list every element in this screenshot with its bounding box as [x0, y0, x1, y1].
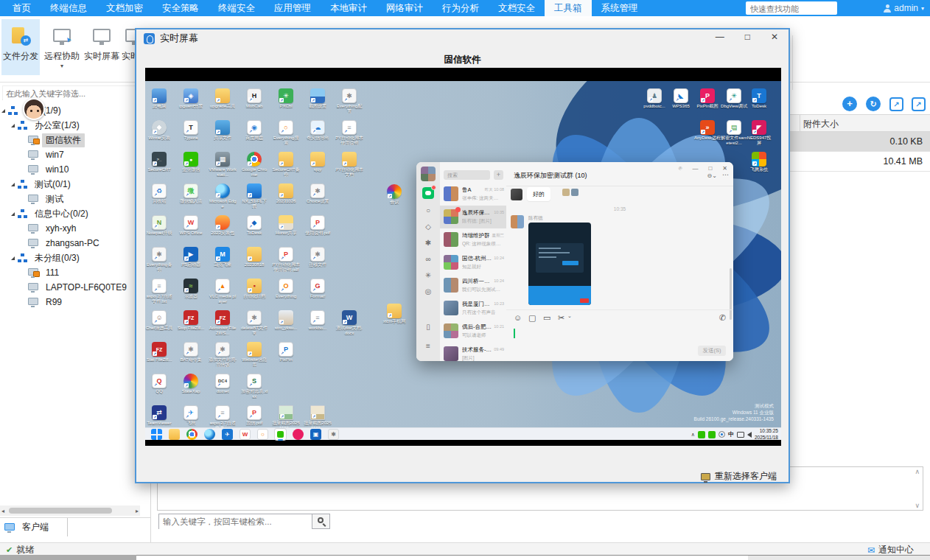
tree-row-10[interactable]: 未分组(0/3) — [0, 251, 151, 265]
desktop-icon[interactable]: ↗upgrade工具 — [209, 88, 237, 109]
desktop-icon[interactable]: ✱↗Everything备份 — [145, 247, 173, 272]
toolbar-item-1[interactable]: 远程协助▾ — [43, 19, 81, 75]
message-thumb[interactable] — [571, 189, 578, 196]
desktop-icon[interactable]: ●↗企业微信 — [177, 152, 205, 172]
file-icon[interactable]: ▭ — [543, 313, 550, 323]
wechat-moments-icon[interactable]: ✱ — [416, 239, 440, 247]
tree-row-5[interactable]: 测试(0/1) — [0, 177, 151, 192]
toolbar-item-2[interactable]: 实时屏幕 — [83, 19, 121, 75]
export-button-2[interactable]: ↗ — [912, 97, 926, 111]
desktop-icon[interactable]: ✱↗迁移文件 — [304, 247, 332, 267]
wechat-phone-icon[interactable]: ▯ — [416, 323, 440, 331]
search-button[interactable] — [312, 514, 330, 529]
wechat-chat-item-1[interactable]: 逸辰环保加密...10:35陈有德: [图片] — [440, 206, 506, 228]
desktop-icon[interactable]: ↗批量截图20251106... — [272, 405, 300, 427]
desktop-icon[interactable]: ↗SecureCRT备份 — [272, 152, 300, 177]
tray-wechat-icon[interactable] — [698, 431, 705, 438]
desktop-icon[interactable]: ↗sjqy — [304, 152, 332, 172]
menu-item-10[interactable]: 工具箱 — [545, 0, 592, 16]
quick-search-input[interactable] — [746, 2, 837, 15]
tray-chevron-icon[interactable]: ∧ — [691, 432, 695, 438]
menu-item-9[interactable]: 文档安全 — [489, 0, 545, 16]
message-avatar[interactable] — [511, 215, 524, 228]
reselect-client-button[interactable]: 重新选择客户端 — [701, 470, 777, 483]
scroll-down-icon[interactable]: ∨ — [915, 502, 920, 509]
desktop-icon[interactable]: ↗此电脑 — [145, 88, 173, 109]
tree-row-4[interactable]: win10 — [0, 162, 151, 177]
wechat-user-avatar[interactable] — [421, 167, 436, 181]
wechat-maximize-button[interactable]: □ — [708, 165, 712, 172]
desktop-icon[interactable]: ✳↗DbgView调试 — [720, 88, 748, 109]
toolbar-item-0[interactable]: 文件分发 — [1, 19, 40, 75]
wechat-chat-item-3[interactable]: 国信-杭州昆泰...10:24知足就好 — [440, 251, 506, 274]
wechat-minimize-button[interactable]: — — [692, 165, 698, 172]
desktop-icon[interactable]: G↗Format! — [304, 279, 332, 299]
desktop-icon[interactable]: ✱↗BAT命令集 — [177, 342, 205, 363]
wechat-search-box[interactable]: 搜索 — [444, 170, 490, 180]
menu-item-3[interactable]: 安全策略 — [153, 0, 209, 16]
scroll-left-icon[interactable]: ◂ — [1, 508, 4, 514]
tab-clients[interactable]: 客户端 — [0, 518, 68, 536]
desktop-icon[interactable]: ✱↗deleteBT文件夹 — [240, 310, 268, 335]
desktop-icon[interactable]: ↗Microsoft Edge — [209, 183, 237, 209]
desktop-icon[interactable]: P↗使用说明.pdf — [304, 215, 332, 236]
desktop-icon[interactable]: ▦↗VMware Workstati... — [209, 152, 237, 177]
tree-row-3[interactable]: win7 — [0, 147, 151, 162]
desktop-icon[interactable]: ↗StateXap — [177, 374, 205, 394]
menu-item-1[interactable]: 终端信息 — [41, 0, 97, 16]
wechat-chat-item-7[interactable]: 技术服务-小王09:49[图片] — [440, 343, 506, 361]
desktop-icon[interactable]: ▤↗解密文件sametest2... — [720, 120, 748, 145]
desktop-icon[interactable]: P↗PY自动化脚本使用说明.pdf — [272, 247, 300, 272]
desktop-icon[interactable]: ↗截图设置 — [304, 88, 332, 109]
expander-icon[interactable] — [11, 212, 15, 216]
chevron-down-icon[interactable]: ⌄ — [567, 313, 572, 319]
desktop-icon[interactable]: ↗Winrar安装 — [145, 120, 173, 141]
desktop-icon[interactable]: M↗马克飞象 — [209, 247, 237, 267]
desktop-icon[interactable]: ↗xtcm手机网 — [380, 304, 408, 324]
refresh-button[interactable]: ↻ — [866, 97, 881, 111]
tree-row-6[interactable]: 测试 — [0, 192, 151, 206]
tray-ime-indicator[interactable]: 中 — [728, 430, 734, 438]
menu-item-11[interactable]: 系统管理 — [592, 0, 648, 16]
desktop-icon[interactable]: ○↗Everything搜索 — [272, 120, 300, 145]
desktop-icon[interactable]: ◆↗ToDesk — [240, 215, 268, 236]
desktop-icon[interactable]: W↗WPS Office — [177, 215, 205, 236]
message-avatar[interactable] — [511, 189, 522, 200]
close-button[interactable]: ✕ — [771, 32, 778, 42]
desktop-icon[interactable]: ≡↗PY自动化脚本使用说明 — [335, 120, 363, 145]
wechat-chat-item-6[interactable]: 偶后-合肥新云...10:21可以请老师 — [440, 320, 506, 343]
expander-icon[interactable] — [11, 124, 15, 127]
wechat-contacts-icon[interactable]: ○ — [416, 206, 440, 214]
menu-item-6[interactable]: 本地审计 — [321, 0, 377, 16]
message-thumb[interactable] — [562, 189, 570, 196]
desktop-icon[interactable]: ↗Honor共享 — [272, 215, 300, 236]
desktop-icon[interactable]: P↗PixPin截图 — [693, 88, 721, 109]
chevron-down-icon[interactable]: ▾ — [43, 63, 81, 69]
wechat-message-input[interactable] — [506, 326, 733, 345]
desktop-icon[interactable]: P↗固信.pdf — [240, 405, 268, 426]
desktop-icon[interactable]: Q↗QQ — [145, 374, 173, 394]
desktop-icon[interactable]: 微↗微信输入法 — [177, 183, 205, 204]
tray-headset-icon[interactable] — [719, 431, 725, 438]
desktop-icon[interactable]: FZ↗Administr FileZill/S... — [209, 310, 237, 335]
wechat-channels-icon[interactable]: ∞ — [416, 255, 440, 263]
desktop-icon[interactable]: ↗PY自动化脚本文档 — [335, 152, 363, 177]
desktop-icon[interactable]: ≡↗workbo... — [304, 310, 332, 331]
desktop-icon[interactable]: ↗共享文件 — [209, 120, 237, 141]
desktop-icon[interactable]: FZ↗Stop FileZill... — [177, 310, 205, 331]
desktop-icon[interactable]: »↗AnyDesk远程 — [693, 120, 721, 141]
desktop-icon[interactable]: ☁↗奇安信导出 — [304, 120, 332, 141]
keyword-search-input[interactable] — [159, 515, 312, 529]
desktop-icon[interactable]: ♻↗回收站 — [145, 183, 173, 204]
desktop-icon[interactable]: ↗Website信息库 — [240, 342, 268, 367]
desktop-icon[interactable]: ≡↗aspo 2.7自述文件.txt — [145, 279, 173, 304]
desktop-icon[interactable]: T↗ToDesk — [745, 88, 773, 109]
desktop-icon[interactable]: ⇄↗TeamViewer — [145, 405, 173, 426]
desktop-icon[interactable]: ✈↗飞秋 — [177, 405, 205, 426]
menu-item-2[interactable]: 文档加密 — [97, 0, 153, 16]
desktop-icon[interactable]: ◉↗百度网盘 — [240, 120, 268, 141]
assistant-avatar[interactable] — [23, 98, 45, 120]
tree-row-7[interactable]: 信息中心(0/2) — [0, 206, 151, 221]
menu-item-5[interactable]: 应用管理 — [265, 0, 321, 16]
tree-row-11[interactable]: 111 — [0, 265, 151, 280]
